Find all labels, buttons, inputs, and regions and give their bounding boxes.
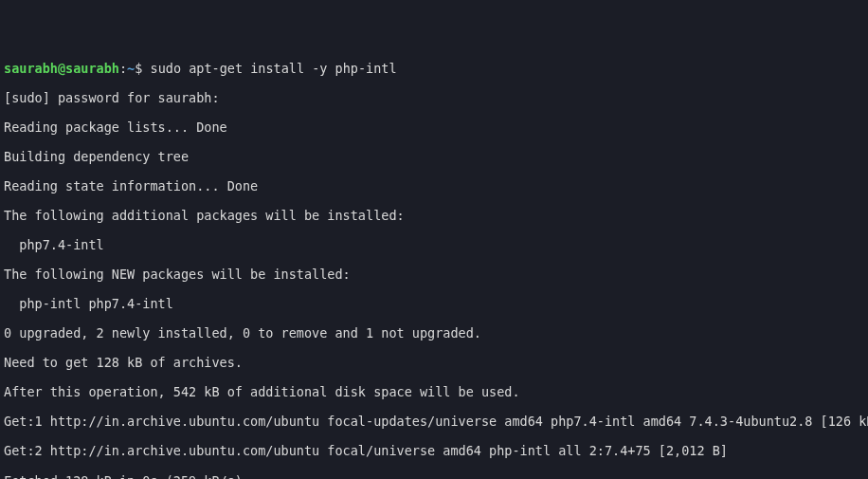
command-text: sudo apt-get install -y php-intl [151,61,397,76]
output-line: Get:2 http://in.archive.ubuntu.com/ubunt… [4,444,864,459]
output-line: The following NEW packages will be insta… [4,267,864,283]
output-line: The following additional packages will b… [4,209,864,224]
prompt-colon: : [119,61,127,76]
output-line: Reading package lists... Done [4,120,864,136]
prompt-at: @ [58,61,65,76]
output-line: Building dependency tree [4,150,864,165]
output-line: Fetched 128 kB in 0s (259 kB/s) [4,474,864,480]
prompt-path: ~ [127,61,135,76]
prompt-user: saurabh [4,61,58,76]
output-line: [sudo] password for saurabh: [4,91,864,106]
output-line: After this operation, 542 kB of addition… [4,385,864,400]
output-line: php-intl php7.4-intl [4,297,864,312]
output-line: Reading state information... Done [4,179,864,194]
output-line: 0 upgraded, 2 newly installed, 0 to remo… [4,326,864,341]
output-line: Need to get 128 kB of archives. [4,356,864,371]
output-line: php7.4-intl [4,238,864,253]
output-line: Get:1 http://in.archive.ubuntu.com/ubunt… [4,415,864,430]
prompt-host: saurabh [65,61,119,76]
prompt-line-1[interactable]: saurabh@saurabh:~$ sudo apt-get install … [4,62,864,77]
prompt-dollar: $ [135,61,150,76]
